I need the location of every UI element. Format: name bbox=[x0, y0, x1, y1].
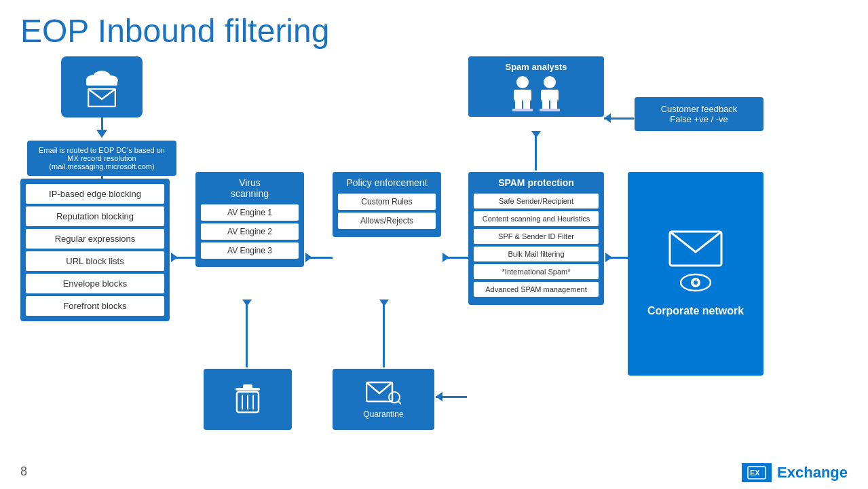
filter-forefront: Forefront blocks bbox=[26, 296, 164, 316]
cloud-email-icon bbox=[61, 56, 143, 117]
analyst-person-1 bbox=[512, 76, 533, 111]
spam-content-scan: Content scanning and Heuristics bbox=[474, 211, 599, 226]
filter-regex: Regular expressions bbox=[26, 229, 164, 249]
cloud-icon bbox=[85, 67, 119, 86]
arrow-analysts-to-spam bbox=[535, 131, 537, 170]
analyst-person-2 bbox=[540, 76, 560, 111]
policy-panel: Policy enforcement Custom Rules Allows/R… bbox=[333, 172, 441, 237]
policy-title: Policy enforcement bbox=[338, 177, 436, 188]
spam-advanced: Advanced SPAM management bbox=[474, 282, 599, 297]
av-engine-2: AV Engine 2 bbox=[201, 223, 299, 240]
exchange-logo-box: EX bbox=[742, 463, 772, 482]
quarantine-label: Quarantine bbox=[363, 410, 403, 419]
exchange-logo-icon: EX bbox=[747, 466, 766, 479]
corporate-envelope-icon bbox=[668, 230, 723, 267]
spam-analysts-box: Spam analysts bbox=[468, 56, 604, 117]
av-engine-3: AV Engine 3 bbox=[201, 242, 299, 259]
slide-number: 8 bbox=[20, 465, 27, 479]
svg-rect-3 bbox=[86, 79, 117, 86]
virus-title: Virusscanning bbox=[201, 177, 299, 199]
customer-feedback-line2: False +ve / -ve bbox=[644, 114, 754, 124]
arrow-policy-to-quarantine bbox=[383, 300, 385, 367]
filter-url-block: URL block lists bbox=[26, 251, 164, 271]
arrow-left-to-virus bbox=[171, 257, 195, 259]
quarantine-envelope-icon bbox=[366, 380, 401, 405]
allows-rejects: Allows/Rejects bbox=[338, 213, 436, 229]
trash-box bbox=[204, 369, 292, 430]
arrow-spam-to-corporate bbox=[605, 257, 628, 259]
spam-panel: SPAM protection Safe Sender/Recipient Co… bbox=[468, 172, 604, 305]
diagram: Email is routed to EOP DC's based on MX … bbox=[20, 56, 848, 443]
virus-panel: Virusscanning AV Engine 1 AV Engine 2 AV… bbox=[195, 172, 304, 267]
corporate-eye-icon bbox=[680, 272, 711, 293]
spam-bulk: Bulk Mail filtering bbox=[474, 247, 599, 261]
arrow-v1 bbox=[101, 117, 103, 130]
custom-rules: Custom Rules bbox=[338, 194, 436, 210]
arrow-virus-to-trash bbox=[246, 300, 248, 367]
left-panel: IP-based edge blocking Reputation blocki… bbox=[20, 179, 170, 321]
filter-envelope: Envelope blocks bbox=[26, 274, 164, 293]
quarantine-box: Quarantine bbox=[333, 369, 434, 430]
customer-feedback-line1: Customer feedback bbox=[644, 104, 754, 114]
svg-rect-6 bbox=[243, 384, 252, 388]
filter-ip-edge: IP-based edge blocking bbox=[26, 184, 164, 204]
spam-spf: SPF & Sender ID Filter bbox=[474, 229, 599, 244]
customer-feedback-box: Customer feedback False +ve / -ve bbox=[635, 97, 763, 131]
svg-point-12 bbox=[389, 392, 400, 403]
av-engine-1: AV Engine 1 bbox=[201, 204, 299, 221]
arrow-spam-to-quarantine bbox=[436, 396, 467, 398]
corporate-label: Corporate network bbox=[647, 305, 744, 317]
arrow-policy-to-spam bbox=[442, 257, 468, 259]
trash-icon bbox=[231, 381, 264, 418]
exchange-logo: EX Exchange bbox=[742, 463, 848, 482]
analysts-icons bbox=[512, 76, 560, 111]
svg-point-17 bbox=[694, 280, 698, 285]
arrow-feedback-to-analysts bbox=[604, 117, 634, 120]
spam-title: SPAM protection bbox=[474, 177, 599, 188]
exchange-logo-text: Exchange bbox=[777, 464, 848, 482]
corporate-network-box: Corporate network bbox=[628, 172, 763, 376]
spam-analysts-label: Spam analysts bbox=[505, 62, 567, 72]
arrow-virus-to-policy bbox=[305, 257, 333, 259]
spam-international: *International Spam* bbox=[474, 264, 599, 279]
arrowhead-down1 bbox=[96, 130, 107, 138]
filter-reputation: Reputation blocking bbox=[26, 206, 164, 226]
svg-line-13 bbox=[398, 401, 401, 404]
envelope-icon bbox=[88, 88, 116, 107]
svg-text:EX: EX bbox=[750, 469, 760, 477]
slide-title: EOP Inbound filtering bbox=[20, 14, 848, 50]
info-box: Email is routed to EOP DC's based on MX … bbox=[27, 141, 176, 176]
spam-safe-sender: Safe Sender/Recipient bbox=[474, 194, 599, 209]
slide: EOP Inbound filtering bbox=[0, 0, 868, 489]
cloud-section: Email is routed to EOP DC's based on MX … bbox=[27, 56, 176, 198]
